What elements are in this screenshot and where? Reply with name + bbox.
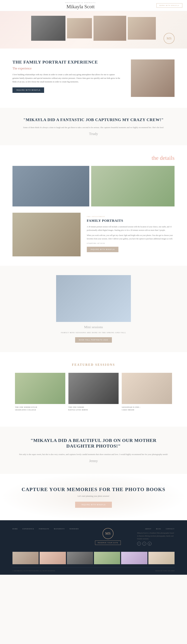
details-photo-left	[12, 166, 89, 206]
featured-label-3-line2: CAKE SMASH	[122, 408, 172, 411]
footer-logo: MS	[103, 528, 113, 539]
portrait-body: I love building relationships with my cl…	[12, 73, 122, 84]
featured-label-2-line1: THE ONE WHERE	[68, 406, 119, 408]
details-photo-bottom	[12, 213, 81, 256]
mini-script: Mini sessions	[12, 325, 175, 329]
footer-right: ABOUT BLOG CONTACT Mikayla Scott is a So…	[137, 528, 175, 546]
details-text: the investment FAMILY PORTRAITS A 30 min…	[87, 213, 175, 252]
footer-nav-left: HOME EXPERIENCE PORTRAITS MATERNITY NEWB…	[12, 528, 79, 530]
footer-insta-photo-2[interactable]	[40, 552, 66, 564]
featured-section: FEATURED SESSIONS THE ONE WHERE KYLIE GR…	[0, 352, 187, 427]
testimonial2-sig: Jenny	[19, 459, 168, 463]
featured-photo-1	[15, 373, 65, 404]
footer-bottom: © 2020 MIKAYLA SCOTT PHOTOGRAPHY. ALL RI…	[12, 568, 175, 572]
hero-photo-1	[31, 16, 65, 41]
cta-content: CAPTURE YOUR MEMORIES FOR THE PHOTO BOOK…	[19, 486, 168, 508]
footer-insta-photo-5[interactable]	[121, 552, 147, 564]
header-name: Mikayla Scott	[5, 4, 157, 9]
testimonial2-quote: "MIKAYLA DID A BEAUTIFUL JOB ON OUR MOTH…	[19, 438, 168, 449]
hero-photo-3-placeholder	[93, 16, 126, 41]
hero-photo-2	[67, 18, 92, 38]
footer-body-text: Mikayla Scott is a Southern Ohio photogr…	[137, 532, 175, 540]
featured-label-1: THE ONE WHERE KYLIE GRADUATES COLLEGE	[15, 406, 65, 411]
testimonial1-sig: Trudy	[19, 132, 168, 136]
featured-label-1-line2: GRADUATES COLLEGE	[15, 408, 65, 411]
details-content: the investment FAMILY PORTRAITS A 30 min…	[12, 213, 175, 256]
footer-social: f i p	[137, 542, 175, 546]
facebook-icon[interactable]: f	[137, 542, 141, 546]
footer-nav: HOME EXPERIENCE PORTRAITS MATERNITY NEWB…	[12, 528, 79, 530]
details-inquire-button[interactable]: INQUIRE WITH MIKAYLA	[87, 247, 118, 252]
hero-photo-1-placeholder	[31, 16, 65, 41]
details-photo-right	[91, 166, 175, 206]
footer-brand: MS RESERVE YOUR DATE	[95, 528, 121, 545]
footer-nav-newborn[interactable]: NEWBORN	[69, 528, 79, 530]
mini-caption: FAMILY MINI SESSIONS ARE DONE IN THE SPR…	[12, 332, 175, 334]
footer-reserve-button[interactable]: RESERVE YOUR DATE	[95, 540, 121, 545]
footer-nav-about[interactable]: ABOUT	[145, 528, 152, 530]
featured-label-2-line2: RAYNA GIVES BIRTH	[68, 408, 119, 411]
details-script: the details	[152, 155, 175, 161]
header-tagline: Photography & Portraits	[5, 2, 157, 4]
details-section: the details the investment FAMILY PORTRA…	[0, 145, 187, 266]
footer-nav-experience[interactable]: EXPERIENCE	[23, 528, 34, 530]
featured-label-2: THE ONE WHERE RAYNA GIVES BIRTH	[68, 406, 119, 411]
featured-grid: THE ONE WHERE KYLIE GRADUATES COLLEGE TH…	[12, 373, 175, 411]
footer-copyright: © 2020 MIKAYLA SCOTT PHOTOGRAPHY. ALL RI…	[12, 570, 55, 572]
header: Photography & Portraits Mikayla Scott WO…	[0, 0, 187, 11]
featured-item-1: THE ONE WHERE KYLIE GRADUATES COLLEGE	[15, 373, 65, 411]
featured-label-3-line1: SAVANNAH IS ONE |	[122, 406, 172, 408]
mini-cta-button[interactable]: BOOK FALL PORTRAITS 2020	[75, 337, 112, 343]
portrait-section: THE FAMILY PORTRAIT EXPERIENCE The exper…	[0, 48, 187, 108]
portrait-text: THE FAMILY PORTRAIT EXPERIENCE The exper…	[12, 60, 122, 93]
footer-nav-contact[interactable]: CONTACT	[166, 528, 175, 530]
featured-label-3: SAVANNAH IS ONE | CAKE SMASH	[122, 406, 172, 411]
footer: HOME EXPERIENCE PORTRAITS MATERNITY NEWB…	[0, 520, 187, 575]
footer-nav-portraits[interactable]: PORTRAITS	[39, 528, 49, 530]
pinterest-icon[interactable]: p	[148, 542, 152, 546]
portrait-heading: THE FAMILY PORTRAIT EXPERIENCE	[12, 60, 122, 65]
featured-photo-3	[122, 373, 172, 404]
testimonial1-body: Some of them think it's always a time to…	[19, 126, 168, 129]
cta-body: Let's start planning your photo session!	[19, 495, 168, 497]
footer-nav-blog[interactable]: BLOG	[156, 528, 161, 530]
hero-photos	[9, 16, 178, 41]
details-header: the details	[12, 155, 175, 161]
details-body1: A 30 minute portrait session will includ…	[87, 225, 175, 232]
cta-button[interactable]: INQUIRE WITH MIKAYLA	[75, 502, 112, 508]
footer-instagram-grid	[12, 552, 175, 564]
testimonial1-section: "MIKAYLA DID A FANTASTIC JOB CAPTURING M…	[0, 108, 187, 145]
details-mini-label: the investment	[87, 216, 175, 217]
footer-top: HOME EXPERIENCE PORTRAITS MATERNITY NEWB…	[12, 528, 175, 546]
footer-design-credit: DESIGN BY TONIC SITE SHOP	[155, 570, 175, 572]
cta-section: CAPTURE YOUR MEMORIES FOR THE PHOTO BOOK…	[0, 474, 187, 520]
footer-nav-home[interactable]: HOME	[12, 528, 18, 530]
hero-photo-2-placeholder	[67, 18, 92, 38]
header-brand: Photography & Portraits Mikayla Scott	[5, 2, 157, 9]
details-title: FAMILY PORTRAITS	[87, 218, 175, 223]
hero-photo-3	[93, 16, 126, 41]
header-cta-button[interactable]: WORK WITH MIKAYLA	[157, 3, 182, 8]
hero-section: MS	[0, 11, 187, 48]
portrait-inquire-button[interactable]: INQUIRE WITH MIKAYLA	[12, 88, 44, 93]
testimonial2-section: "MIKAYLA DID A BEAUTIFUL JOB ON OUR MOTH…	[0, 427, 187, 474]
instagram-icon[interactable]: i	[142, 542, 146, 546]
cta-title: CAPTURE YOUR MEMORIES FOR THE PHOTO BOOK…	[19, 486, 168, 492]
testimonial1-quote: "MIKAYLA DID A FANTASTIC JOB CAPTURING M…	[19, 117, 168, 122]
portrait-image	[131, 60, 175, 97]
details-body2: When you work with me, you will get my c…	[87, 234, 175, 240]
footer-insta-photo-6[interactable]	[148, 552, 175, 564]
hero-watermark: MS	[164, 33, 175, 44]
hero-photo-4-placeholder	[128, 17, 156, 40]
footer-insta-photo-4[interactable]	[94, 552, 120, 564]
hero-photo-4	[128, 17, 156, 40]
details-starting: STARTING AT $150	[87, 242, 175, 244]
featured-photo-2	[68, 373, 119, 404]
footer-insta-photo-3[interactable]	[67, 552, 93, 564]
featured-title: FEATURED SESSIONS	[12, 363, 175, 366]
testimonial2-body: Not only is she super sweet, but she is …	[19, 452, 168, 456]
mini-photo	[56, 275, 131, 322]
details-photos-top	[12, 166, 175, 206]
footer-insta-photo-1[interactable]	[12, 552, 39, 564]
footer-nav-maternity[interactable]: MATERNITY	[54, 528, 65, 530]
